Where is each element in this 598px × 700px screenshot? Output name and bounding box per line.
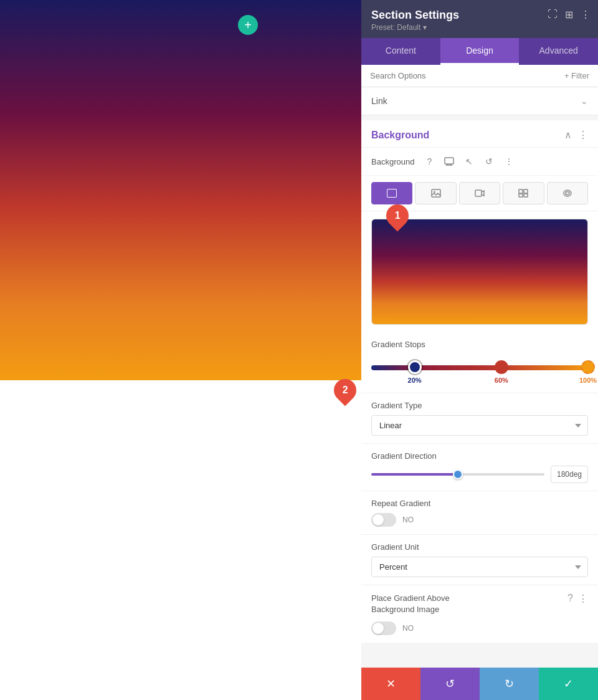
gradient-type-row: Gradient Type Linear Radial: [361, 393, 598, 443]
help-icon[interactable]: ?: [422, 154, 437, 169]
svg-rect-5: [387, 189, 396, 197]
repeat-gradient-row: Repeat Gradient NO: [361, 491, 598, 534]
type-tab-color[interactable]: [371, 182, 412, 204]
background-section-title: Background: [371, 130, 429, 141]
settings-panel: Section Settings Preset: Default ▾ ⛶ ⊞ ⋮…: [361, 0, 598, 700]
type-tab-video[interactable]: [459, 182, 500, 204]
cancel-button[interactable]: ✕: [361, 668, 420, 700]
canvas-background: [0, 0, 361, 380]
search-bar: + Filter: [361, 65, 598, 87]
gradient-type-label: Gradient Type: [371, 401, 588, 410]
place-gradient-label2: Background Image: [371, 604, 450, 615]
place-gradient-control: NO: [371, 621, 588, 635]
place-gradient-more-icon[interactable]: ⋮: [578, 593, 588, 605]
gradient-stop-1-label: 20%: [408, 376, 422, 384]
desktop-icon[interactable]: [442, 154, 457, 169]
svg-rect-12: [524, 194, 528, 197]
panel-tabs: Content Design Advanced: [361, 38, 598, 65]
svg-rect-8: [475, 190, 482, 196]
gradient-stop-3-label: 100%: [579, 376, 597, 384]
add-section-button[interactable]: +: [238, 15, 258, 35]
svg-point-14: [566, 192, 569, 195]
background-section-controls: ∧ ⋮: [564, 129, 588, 141]
background-section-header: Background ∧ ⋮: [361, 120, 598, 148]
gradient-preview: [371, 219, 588, 325]
svg-rect-6: [432, 189, 440, 197]
panel-preset[interactable]: Preset: Default ▾: [371, 23, 588, 32]
repeat-gradient-control: NO: [371, 513, 588, 527]
tab-design[interactable]: Design: [440, 38, 520, 65]
gradient-direction-label: Gradient Direction: [371, 451, 588, 461]
panel-content: Link ⌄ Background ∧ ⋮ Background ? ↖ ↺: [361, 87, 598, 700]
gradient-direction-track[interactable]: [371, 473, 544, 476]
filter-button[interactable]: + Filter: [564, 71, 589, 80]
gradient-track: 20% 60% 100%: [371, 355, 588, 386]
place-gradient-label1: Place Gradient Above: [371, 593, 450, 604]
columns-icon[interactable]: ⊞: [565, 9, 573, 21]
gradient-direction-row: Gradient Direction 180deg: [361, 443, 598, 491]
svg-rect-0: [445, 158, 453, 164]
more-icon[interactable]: ⋮: [581, 9, 591, 21]
place-gradient-icons: ? ⋮: [567, 593, 588, 605]
place-gradient-toggle[interactable]: [371, 621, 396, 635]
gradient-stops-section: Gradient Stops 20% 60% 100%: [361, 332, 598, 393]
gradient-direction-value[interactable]: 180deg: [551, 466, 588, 483]
panel-header: Section Settings Preset: Default ▾ ⛶ ⊞ ⋮: [361, 0, 598, 38]
gradient-type-select[interactable]: Linear Radial: [371, 415, 588, 436]
gradient-stop-1[interactable]: [408, 360, 422, 374]
repeat-gradient-toggle-label: NO: [402, 515, 414, 524]
confirm-button[interactable]: ✓: [539, 668, 598, 700]
place-gradient-toggle-knob: [373, 623, 384, 634]
panel-header-icons: ⛶ ⊞ ⋮: [548, 9, 591, 21]
gradient-stop-3[interactable]: [581, 360, 595, 374]
gradient-stops-label: Gradient Stops: [371, 340, 588, 349]
link-section: Link ⌄: [361, 87, 598, 115]
gradient-unit-row: Gradient Unit Percent Pixel: [361, 534, 598, 585]
type-tab-pattern[interactable]: [503, 182, 544, 204]
more-options-icon[interactable]: ⋮: [578, 129, 588, 141]
place-gradient-section: Place Gradient Above Background Image ? …: [361, 585, 598, 643]
more-bg-icon[interactable]: ⋮: [501, 154, 516, 169]
search-input[interactable]: [370, 71, 564, 80]
bottom-bar: ✕ ↺ ↻ ✓: [361, 668, 598, 700]
cursor-icon[interactable]: ↖: [462, 154, 477, 169]
gradient-track-bar: [371, 365, 588, 370]
repeat-gradient-toggle[interactable]: [371, 513, 396, 527]
gradient-unit-select[interactable]: Percent Pixel: [371, 557, 588, 577]
fullscreen-icon[interactable]: ⛶: [548, 9, 558, 21]
gradient-stop-2-label: 60%: [495, 376, 508, 384]
gradient-direction-control: 180deg: [371, 466, 588, 483]
chevron-up-icon[interactable]: ∧: [564, 129, 572, 141]
reset-button[interactable]: ↺: [420, 668, 480, 700]
repeat-gradient-label: Repeat Gradient: [371, 499, 588, 508]
link-label: Link: [371, 96, 387, 106]
toggle-knob: [373, 514, 384, 525]
svg-point-13: [564, 190, 571, 196]
svg-rect-10: [524, 189, 528, 193]
tab-advanced[interactable]: Advanced: [519, 38, 598, 65]
background-section: Background ∧ ⋮ Background ? ↖ ↺ ⋮: [361, 120, 598, 643]
svg-rect-11: [519, 194, 523, 197]
background-row-label: Background: [371, 157, 414, 166]
type-tab-image[interactable]: [415, 182, 456, 204]
place-gradient-help-icon[interactable]: ?: [567, 593, 573, 605]
gradient-stop-2[interactable]: [495, 360, 508, 374]
reset-icon[interactable]: ↺: [482, 154, 496, 169]
place-gradient-toggle-label: NO: [402, 624, 414, 633]
tab-content[interactable]: Content: [361, 38, 440, 65]
chevron-down-icon[interactable]: ⌄: [581, 96, 588, 106]
type-tab-mask[interactable]: [547, 182, 588, 204]
redo-button[interactable]: ↻: [480, 668, 539, 700]
svg-point-7: [434, 191, 435, 193]
canvas-white-area: [0, 380, 361, 700]
svg-rect-9: [519, 189, 523, 193]
place-gradient-header: Place Gradient Above Background Image ? …: [371, 593, 588, 615]
background-row: Background ? ↖ ↺ ⋮: [361, 148, 598, 176]
gradient-unit-label: Gradient Unit: [371, 542, 588, 552]
